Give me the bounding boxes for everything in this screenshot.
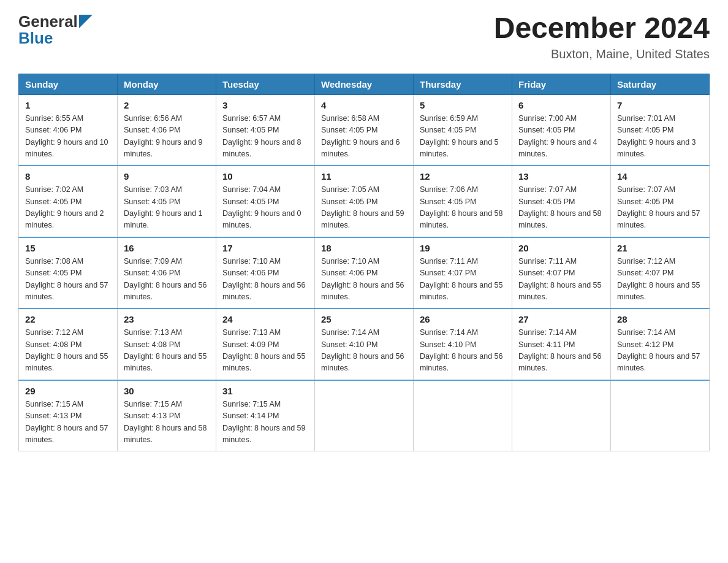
calendar-cell: 3Sunrise: 6:57 AMSunset: 4:05 PMDaylight… <box>216 94 315 166</box>
calendar-cell: 23Sunrise: 7:13 AMSunset: 4:08 PMDayligh… <box>118 308 216 380</box>
day-number: 14 <box>617 171 703 182</box>
day-number: 7 <box>617 100 703 110</box>
calendar-week-row: 8Sunrise: 7:02 AMSunset: 4:05 PMDaylight… <box>19 166 710 237</box>
day-info: Sunrise: 7:14 AMSunset: 4:11 PMDaylight:… <box>518 327 604 375</box>
day-number: 23 <box>124 314 210 324</box>
day-number: 31 <box>222 386 308 396</box>
day-info: Sunrise: 7:01 AMSunset: 4:05 PMDaylight:… <box>617 113 703 161</box>
calendar-cell: 25Sunrise: 7:14 AMSunset: 4:10 PMDayligh… <box>315 308 414 380</box>
day-number: 22 <box>25 314 111 324</box>
day-number: 4 <box>321 100 407 110</box>
day-number: 10 <box>222 171 308 182</box>
day-info: Sunrise: 7:10 AMSunset: 4:06 PMDaylight:… <box>321 256 407 304</box>
day-number: 18 <box>321 243 407 253</box>
weekday-header-saturday: Saturday <box>611 74 710 94</box>
calendar-week-row: 15Sunrise: 7:08 AMSunset: 4:05 PMDayligh… <box>19 237 710 309</box>
calendar-cell: 18Sunrise: 7:10 AMSunset: 4:06 PMDayligh… <box>315 237 414 309</box>
day-number: 15 <box>25 243 111 253</box>
calendar-week-row: 1Sunrise: 6:55 AMSunset: 4:06 PMDaylight… <box>19 94 710 166</box>
day-info: Sunrise: 7:15 AMSunset: 4:13 PMDaylight:… <box>124 399 210 446</box>
day-info: Sunrise: 7:06 AMSunset: 4:05 PMDaylight:… <box>420 184 506 232</box>
weekday-header-thursday: Thursday <box>414 74 512 94</box>
calendar-cell: 6Sunrise: 7:00 AMSunset: 4:05 PMDaylight… <box>512 94 611 166</box>
calendar-cell: 9Sunrise: 7:03 AMSunset: 4:05 PMDaylight… <box>118 166 216 237</box>
calendar-cell <box>512 380 611 451</box>
calendar-cell: 17Sunrise: 7:10 AMSunset: 4:06 PMDayligh… <box>216 237 315 309</box>
weekday-header-friday: Friday <box>512 74 611 94</box>
calendar-cell: 29Sunrise: 7:15 AMSunset: 4:13 PMDayligh… <box>19 380 118 451</box>
day-info: Sunrise: 6:56 AMSunset: 4:06 PMDaylight:… <box>124 113 210 161</box>
day-info: Sunrise: 6:55 AMSunset: 4:06 PMDaylight:… <box>25 113 111 161</box>
day-info: Sunrise: 7:07 AMSunset: 4:05 PMDaylight:… <box>617 184 703 232</box>
calendar-cell: 14Sunrise: 7:07 AMSunset: 4:05 PMDayligh… <box>611 166 710 237</box>
day-info: Sunrise: 7:12 AMSunset: 4:07 PMDaylight:… <box>617 256 703 304</box>
weekday-header-wednesday: Wednesday <box>315 74 414 94</box>
day-number: 6 <box>518 100 604 110</box>
day-info: Sunrise: 7:00 AMSunset: 4:05 PMDaylight:… <box>518 113 604 161</box>
calendar-cell: 2Sunrise: 6:56 AMSunset: 4:06 PMDaylight… <box>118 94 216 166</box>
day-number: 9 <box>124 171 210 182</box>
day-number: 17 <box>222 243 308 253</box>
day-number: 13 <box>518 171 604 182</box>
day-info: Sunrise: 7:14 AMSunset: 4:10 PMDaylight:… <box>420 327 506 375</box>
page-header: General Blue December 2024 Buxton, Maine… <box>18 12 710 61</box>
calendar-cell: 16Sunrise: 7:09 AMSunset: 4:06 PMDayligh… <box>118 237 216 309</box>
calendar-cell: 11Sunrise: 7:05 AMSunset: 4:05 PMDayligh… <box>315 166 414 237</box>
svg-marker-0 <box>79 15 93 28</box>
day-info: Sunrise: 7:11 AMSunset: 4:07 PMDaylight:… <box>518 256 604 304</box>
day-info: Sunrise: 7:04 AMSunset: 4:05 PMDaylight:… <box>222 184 308 232</box>
day-number: 8 <box>25 171 111 182</box>
calendar-cell: 4Sunrise: 6:58 AMSunset: 4:05 PMDaylight… <box>315 94 414 166</box>
day-info: Sunrise: 7:02 AMSunset: 4:05 PMDaylight:… <box>25 184 111 232</box>
location-subtitle: Buxton, Maine, United States <box>494 47 710 61</box>
day-info: Sunrise: 7:12 AMSunset: 4:08 PMDaylight:… <box>25 327 111 375</box>
calendar-cell <box>611 380 710 451</box>
day-info: Sunrise: 7:11 AMSunset: 4:07 PMDaylight:… <box>420 256 506 304</box>
calendar-cell <box>414 380 512 451</box>
calendar-cell: 13Sunrise: 7:07 AMSunset: 4:05 PMDayligh… <box>512 166 611 237</box>
day-number: 29 <box>25 386 111 396</box>
calendar-cell: 27Sunrise: 7:14 AMSunset: 4:11 PMDayligh… <box>512 308 611 380</box>
calendar-cell: 21Sunrise: 7:12 AMSunset: 4:07 PMDayligh… <box>611 237 710 309</box>
day-number: 20 <box>518 243 604 253</box>
calendar-cell: 15Sunrise: 7:08 AMSunset: 4:05 PMDayligh… <box>19 237 118 309</box>
day-info: Sunrise: 7:14 AMSunset: 4:10 PMDaylight:… <box>321 327 407 375</box>
title-block: December 2024 Buxton, Maine, United Stat… <box>494 12 710 61</box>
calendar-cell: 7Sunrise: 7:01 AMSunset: 4:05 PMDaylight… <box>611 94 710 166</box>
day-info: Sunrise: 7:08 AMSunset: 4:05 PMDaylight:… <box>25 256 111 304</box>
calendar-cell: 24Sunrise: 7:13 AMSunset: 4:09 PMDayligh… <box>216 308 315 380</box>
logo-blue-text: Blue <box>18 29 53 48</box>
month-year-title: December 2024 <box>494 12 710 45</box>
calendar-cell: 1Sunrise: 6:55 AMSunset: 4:06 PMDaylight… <box>19 94 118 166</box>
calendar-cell: 12Sunrise: 7:06 AMSunset: 4:05 PMDayligh… <box>414 166 512 237</box>
day-info: Sunrise: 7:07 AMSunset: 4:05 PMDaylight:… <box>518 184 604 232</box>
calendar-cell: 5Sunrise: 6:59 AMSunset: 4:05 PMDaylight… <box>414 94 512 166</box>
day-number: 12 <box>420 171 506 182</box>
day-number: 16 <box>124 243 210 253</box>
calendar-cell: 19Sunrise: 7:11 AMSunset: 4:07 PMDayligh… <box>414 237 512 309</box>
day-info: Sunrise: 7:14 AMSunset: 4:12 PMDaylight:… <box>617 327 703 375</box>
day-number: 2 <box>124 100 210 110</box>
day-number: 19 <box>420 243 506 253</box>
calendar-cell: 26Sunrise: 7:14 AMSunset: 4:10 PMDayligh… <box>414 308 512 380</box>
weekday-header-monday: Monday <box>118 74 216 94</box>
day-number: 11 <box>321 171 407 182</box>
day-number: 25 <box>321 314 407 324</box>
day-number: 24 <box>222 314 308 324</box>
day-info: Sunrise: 6:57 AMSunset: 4:05 PMDaylight:… <box>222 113 308 161</box>
day-number: 5 <box>420 100 506 110</box>
calendar-cell: 31Sunrise: 7:15 AMSunset: 4:14 PMDayligh… <box>216 380 315 451</box>
calendar-week-row: 29Sunrise: 7:15 AMSunset: 4:13 PMDayligh… <box>19 380 710 451</box>
day-info: Sunrise: 6:58 AMSunset: 4:05 PMDaylight:… <box>321 113 407 161</box>
day-number: 30 <box>124 386 210 396</box>
calendar-cell: 22Sunrise: 7:12 AMSunset: 4:08 PMDayligh… <box>19 308 118 380</box>
calendar-cell: 8Sunrise: 7:02 AMSunset: 4:05 PMDaylight… <box>19 166 118 237</box>
weekday-header-tuesday: Tuesday <box>216 74 315 94</box>
day-info: Sunrise: 7:03 AMSunset: 4:05 PMDaylight:… <box>124 184 210 232</box>
day-number: 26 <box>420 314 506 324</box>
calendar-week-row: 22Sunrise: 7:12 AMSunset: 4:08 PMDayligh… <box>19 308 710 380</box>
day-number: 3 <box>222 100 308 110</box>
day-info: Sunrise: 7:15 AMSunset: 4:13 PMDaylight:… <box>25 399 111 446</box>
calendar-cell: 20Sunrise: 7:11 AMSunset: 4:07 PMDayligh… <box>512 237 611 309</box>
day-info: Sunrise: 7:13 AMSunset: 4:08 PMDaylight:… <box>124 327 210 375</box>
